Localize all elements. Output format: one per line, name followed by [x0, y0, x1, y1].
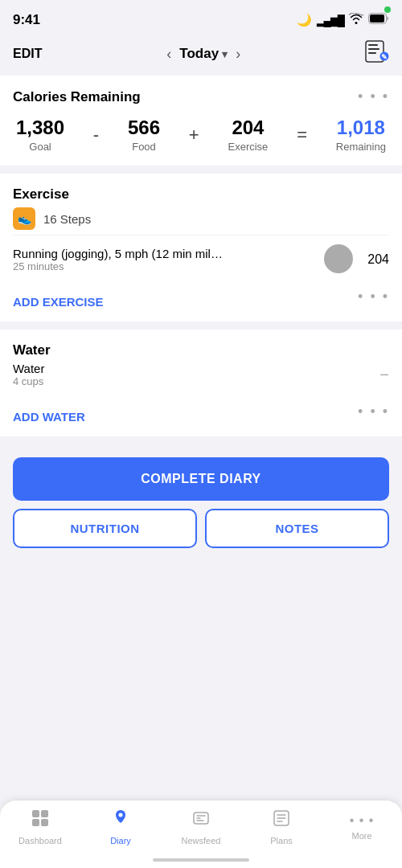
add-exercise-button[interactable]: ADD EXERCISE: [13, 295, 104, 309]
more-icon: • • •: [350, 813, 375, 828]
exercise-more-button[interactable]: • • •: [358, 289, 389, 305]
calories-row: 1,380 Goal - 566 Food + 204 Exercise = 1…: [13, 117, 389, 153]
battery-icon: [368, 13, 389, 27]
tab-bar: Dashboard Diary Newsfeed Plans • •: [0, 800, 402, 868]
svg-rect-9: [41, 810, 48, 817]
food-item: 566 Food: [128, 117, 160, 153]
equals-operator: =: [297, 125, 307, 145]
run-item-info: Running (jogging), 5 mph (12 min mil… 25…: [13, 247, 367, 272]
food-label: Food: [132, 141, 156, 153]
svg-rect-8: [32, 810, 39, 817]
tab-plans-label: Plans: [270, 836, 293, 845]
date-dropdown-icon: ▾: [222, 48, 228, 60]
tab-plans[interactable]: Plans: [257, 809, 306, 845]
run-item-row: Running (jogging), 5 mph (12 min mil… 25…: [13, 242, 389, 276]
home-indicator: [153, 858, 249, 862]
diary-tab-icon: [111, 809, 130, 833]
goal-value: 1,380: [16, 117, 64, 139]
water-footer: ADD WATER • • •: [13, 400, 389, 424]
status-bar: 9:41 🌙 ▂▄▆█: [0, 0, 402, 35]
exercise-footer: ADD EXERCISE • • •: [13, 285, 389, 309]
tab-dashboard-label: Dashboard: [18, 836, 62, 845]
run-calories: 204: [367, 252, 389, 267]
svg-point-12: [119, 813, 123, 817]
steps-row: 👟 16 Steps: [13, 203, 389, 235]
remaining-item: 1,018 Remaining: [336, 117, 386, 153]
plans-icon: [272, 809, 291, 833]
svg-rect-3: [368, 44, 378, 46]
tab-newsfeed[interactable]: Newsfeed: [177, 809, 225, 845]
water-card: Water Water 4 cups − ADD WATER • • •: [0, 330, 402, 436]
exercise-card: Exercise 👟 16 Steps Running (jogging), 5…: [0, 174, 402, 321]
complete-diary-button[interactable]: COMPLETE DIARY: [13, 457, 389, 501]
water-title: Water: [13, 342, 51, 358]
exercise-value: 204: [232, 117, 264, 139]
steps-text: 16 Steps: [43, 212, 91, 226]
signal-icon: ▂▄▆█: [317, 14, 344, 27]
notes-button[interactable]: NOTES: [205, 509, 389, 548]
svg-rect-5: [368, 52, 376, 54]
goal-item: 1,380 Goal: [16, 117, 64, 153]
secondary-buttons: NUTRITION NOTES: [13, 509, 389, 548]
date-nav: ‹ Today ▾ ›: [166, 46, 240, 63]
svg-rect-4: [368, 48, 379, 50]
nav-bar: EDIT ‹ Today ▾ › ✎: [0, 35, 402, 76]
next-date-button[interactable]: ›: [236, 46, 240, 63]
tab-newsfeed-label: Newsfeed: [182, 836, 221, 845]
dashboard-icon: [31, 809, 50, 833]
moon-icon: 🌙: [297, 13, 312, 27]
remaining-label: Remaining: [336, 141, 386, 153]
status-icons: 🌙 ▂▄▆█: [297, 13, 389, 27]
tab-more[interactable]: • • • More: [338, 813, 386, 841]
calories-title: Calories Remaining: [13, 89, 141, 105]
svg-rect-11: [41, 819, 48, 826]
edit-button[interactable]: EDIT: [13, 47, 42, 61]
calories-card: Calories Remaining • • • 1,380 Goal - 56…: [0, 76, 402, 166]
minus-operator: -: [93, 125, 99, 145]
bottom-actions: COMPLETE DIARY NUTRITION NOTES: [0, 444, 402, 556]
water-item-row: Water 4 cups −: [13, 358, 389, 391]
status-time: 9:41: [13, 12, 40, 28]
run-duration: 25 minutes: [13, 260, 367, 272]
tab-dashboard[interactable]: Dashboard: [16, 809, 64, 845]
water-minus-button[interactable]: −: [379, 366, 389, 384]
svg-text:✎: ✎: [381, 53, 388, 61]
diary-icon-button[interactable]: ✎: [365, 40, 389, 68]
svg-rect-1: [370, 14, 384, 23]
svg-rect-10: [32, 819, 39, 826]
remaining-value: 1,018: [337, 117, 385, 139]
calories-more-button[interactable]: • • •: [358, 88, 389, 105]
tab-diary-label: Diary: [110, 836, 131, 845]
scroll-content: Calories Remaining • • • 1,380 Goal - 56…: [0, 76, 402, 717]
svg-rect-13: [194, 813, 208, 824]
water-item-name: Water: [13, 362, 44, 375]
drag-handle[interactable]: [324, 244, 353, 273]
plus-operator: +: [189, 125, 199, 145]
wifi-icon: [349, 13, 363, 27]
today-text: Today: [179, 46, 219, 62]
steps-icon: 👟: [13, 207, 35, 230]
run-name: Running (jogging), 5 mph (12 min mil…: [13, 247, 367, 260]
nutrition-button[interactable]: NUTRITION: [13, 509, 197, 548]
tab-more-label: More: [351, 831, 371, 841]
today-label[interactable]: Today ▾: [179, 46, 228, 62]
goal-label: Goal: [29, 141, 51, 153]
water-more-button[interactable]: • • •: [358, 403, 389, 420]
exercise-label: Exercise: [228, 141, 268, 153]
water-item-amount: 4 cups: [13, 375, 44, 387]
calories-header: Calories Remaining • • •: [13, 88, 389, 105]
exercise-title: Exercise: [13, 186, 69, 202]
tab-diary[interactable]: Diary: [96, 809, 145, 845]
exercise-item: 204 Exercise: [228, 117, 268, 153]
add-water-button[interactable]: ADD WATER: [13, 410, 85, 424]
newsfeed-icon: [191, 809, 211, 833]
water-item-info: Water 4 cups: [13, 362, 44, 387]
green-dot-indicator: [384, 6, 391, 13]
prev-date-button[interactable]: ‹: [166, 46, 171, 63]
food-value: 566: [128, 117, 160, 139]
